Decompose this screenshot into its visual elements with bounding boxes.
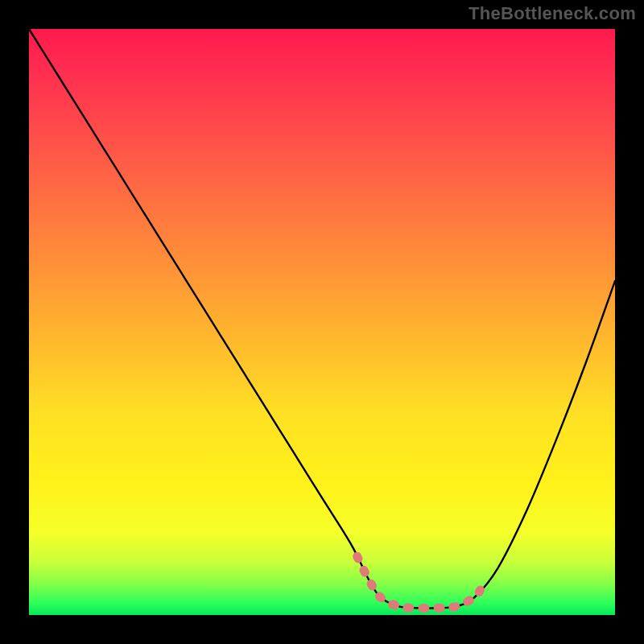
bottleneck-curve-path [29,29,615,609]
bottleneck-curve-svg [29,29,615,615]
chart-plot-area [29,29,615,615]
watermark-text: TheBottleneck.com [469,3,636,24]
highlight-segment-path [357,556,481,608]
chart-frame: TheBottleneck.com [0,0,644,644]
